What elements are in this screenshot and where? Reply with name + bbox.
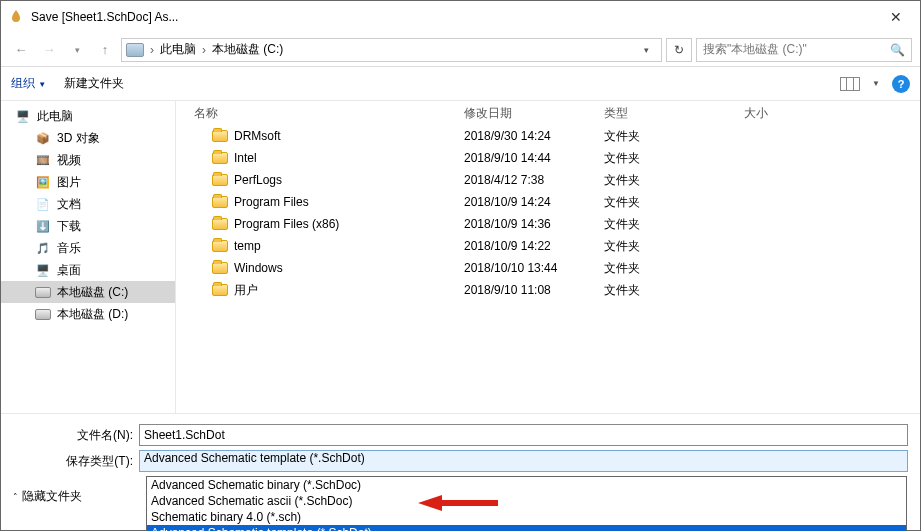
savetype-dropdown[interactable]: Advanced Schematic binary (*.SchDoc)Adva… [146,476,907,531]
folder-icon [212,130,228,142]
chevron-down-icon[interactable]: ▼ [872,79,880,88]
up-icon[interactable]: ↑ [93,38,117,62]
file-name: Windows [234,261,283,275]
refresh-icon[interactable]: ↻ [666,38,692,62]
savetype-combo[interactable]: Advanced Schematic template (*.SchDot) [139,450,908,472]
search-icon: 🔍 [890,43,905,57]
filename-input[interactable] [139,424,908,446]
dropdown-option[interactable]: Advanced Schematic binary (*.SchDoc) [147,477,906,493]
forward-icon: → [37,38,61,62]
file-date: 2018/10/9 14:24 [464,195,604,209]
hide-folders-toggle[interactable]: ˄隐藏文件夹 [13,488,82,505]
file-date: 2018/10/9 14:36 [464,217,604,231]
tree-item[interactable]: 🎵音乐 [1,237,175,259]
folder-icon [212,218,228,230]
save-fields: 文件名(N): 保存类型(T): Advanced Schematic temp… [1,413,920,482]
tree-item-this-pc[interactable]: 🖥️此电脑 [1,105,175,127]
new-folder-button[interactable]: 新建文件夹 [64,75,124,92]
search-input[interactable]: 搜索"本地磁盘 (C:)" 🔍 [696,38,912,62]
toolbar: 组织 ▼ 新建文件夹 ▼ ? [1,67,920,101]
close-icon[interactable]: ✕ [878,9,914,25]
pc-icon: 🖥️ [15,109,31,123]
file-type: 文件夹 [604,216,744,233]
table-row[interactable]: Program Files2018/10/9 14:24文件夹 [184,191,916,213]
file-date: 2018/10/9 14:22 [464,239,604,253]
dropdown-option[interactable]: Schematic binary 4.0 (*.sch) [147,509,906,525]
organize-menu[interactable]: 组织 ▼ [11,75,46,92]
dropdown-option[interactable]: Advanced Schematic ascii (*.SchDoc) [147,493,906,509]
table-row[interactable]: Windows2018/10/10 13:44文件夹 [184,257,916,279]
table-row[interactable]: DRMsoft2018/9/30 14:24文件夹 [184,125,916,147]
breadcrumb-sep: › [150,43,154,57]
table-row[interactable]: Program Files (x86)2018/10/9 14:36文件夹 [184,213,916,235]
file-type: 文件夹 [604,150,744,167]
file-date: 2018/9/10 14:44 [464,151,604,165]
tree-item[interactable]: 🎞️视频 [1,149,175,171]
breadcrumb-sep: › [202,43,206,57]
folder-icon [212,196,228,208]
drive-icon [126,43,144,57]
column-headers[interactable]: 名称 修改日期 类型 大小 [184,101,916,125]
file-type: 文件夹 [604,194,744,211]
back-icon[interactable]: ← [9,38,33,62]
documents-icon: 📄 [35,197,51,211]
view-options-icon[interactable] [840,77,860,91]
3d-objects-icon: 📦 [35,131,51,145]
breadcrumb-drive[interactable]: 本地磁盘 (C:) [212,41,283,58]
table-row[interactable]: 用户2018/9/10 11:08文件夹 [184,279,916,301]
folder-icon [212,284,228,296]
file-date: 2018/4/12 7:38 [464,173,604,187]
file-name: Program Files [234,195,309,209]
nav-tree: 🖥️此电脑 📦3D 对象 🎞️视频 🖼️图片 📄文档 ⬇️下载 🎵音乐 🖥️桌面… [1,101,176,413]
file-date: 2018/10/10 13:44 [464,261,604,275]
videos-icon: 🎞️ [35,153,51,167]
tree-item[interactable]: 🖥️桌面 [1,259,175,281]
folder-icon [212,174,228,186]
col-date[interactable]: 修改日期 [464,105,604,122]
chevron-down-icon[interactable]: ▾ [635,39,657,61]
file-list: 名称 修改日期 类型 大小 DRMsoft2018/9/30 14:24文件夹I… [176,101,920,413]
file-name: 用户 [234,282,258,299]
tree-item-drive-c[interactable]: 本地磁盘 (C:) [1,281,175,303]
file-type: 文件夹 [604,238,744,255]
col-name[interactable]: 名称 [184,105,464,122]
breadcrumb-root[interactable]: 此电脑 [160,41,196,58]
pictures-icon: 🖼️ [35,175,51,189]
file-name: PerfLogs [234,173,282,187]
nav-row: ← → ▾ ↑ › 此电脑 › 本地磁盘 (C:) ▾ ↻ 搜索"本地磁盘 (C… [1,33,920,67]
tree-item[interactable]: 📦3D 对象 [1,127,175,149]
window-title: Save [Sheet1.SchDoc] As... [31,10,878,24]
drive-icon [35,287,51,298]
file-type: 文件夹 [604,282,744,299]
music-icon: 🎵 [35,241,51,255]
file-type: 文件夹 [604,260,744,277]
dropdown-option[interactable]: Advanced Schematic template (*.SchDot) [147,525,906,531]
app-icon [7,8,25,26]
tree-item-drive-d[interactable]: 本地磁盘 (D:) [1,303,175,325]
tree-item[interactable]: ⬇️下载 [1,215,175,237]
drive-icon [35,309,51,320]
file-type: 文件夹 [604,172,744,189]
address-bar[interactable]: › 此电脑 › 本地磁盘 (C:) ▾ [121,38,662,62]
desktop-icon: 🖥️ [35,263,51,277]
col-type[interactable]: 类型 [604,105,744,122]
chevron-down-icon[interactable]: ▾ [65,38,89,62]
file-type: 文件夹 [604,128,744,145]
folder-icon [212,262,228,274]
file-name: Program Files (x86) [234,217,339,231]
table-row[interactable]: PerfLogs2018/4/12 7:38文件夹 [184,169,916,191]
downloads-icon: ⬇️ [35,219,51,233]
col-size[interactable]: 大小 [744,105,824,122]
tree-item[interactable]: 🖼️图片 [1,171,175,193]
tree-item[interactable]: 📄文档 [1,193,175,215]
table-row[interactable]: Intel2018/9/10 14:44文件夹 [184,147,916,169]
file-name: Intel [234,151,257,165]
file-name: temp [234,239,261,253]
search-placeholder: 搜索"本地磁盘 (C:)" [703,41,807,58]
titlebar: Save [Sheet1.SchDoc] As... ✕ [1,1,920,33]
table-row[interactable]: temp2018/10/9 14:22文件夹 [184,235,916,257]
file-name: DRMsoft [234,129,281,143]
filename-label: 文件名(N): [13,427,139,444]
help-icon[interactable]: ? [892,75,910,93]
file-date: 2018/9/10 11:08 [464,283,604,297]
